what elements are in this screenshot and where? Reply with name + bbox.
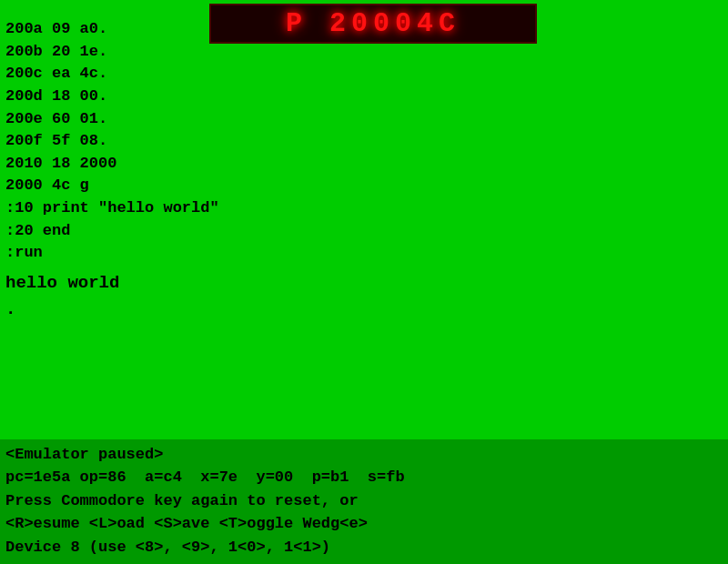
code-line-7: 2010 18 2000 <box>5 153 723 176</box>
code-line-3: 200c ea 4c. <box>5 63 723 86</box>
code-line-8: 2000 4c g <box>5 175 723 197</box>
program-line-3: :20 end <box>5 220 723 243</box>
program-line-1: :10 print "hello world" <box>5 197 723 220</box>
status-line-5: Device 8 (use <8>, <9>, 1<0>, 1<1>) <box>5 536 723 559</box>
led-text: P 20004C <box>286 8 460 39</box>
code-line-2: 200b 20 1e. <box>5 41 723 64</box>
code-line-5: 200e 60 01. <box>5 108 723 131</box>
blank-dot: . <box>5 297 723 323</box>
hello-world-output: hello world <box>5 270 723 297</box>
program-line-5: :run <box>5 242 723 265</box>
output-area: hello world . <box>5 270 723 322</box>
status-line-2: pc=1e5a op=86 a=c4 x=7e y=00 p=b1 s=fb <box>5 466 723 489</box>
screen: P 20004C 200a 09 a0. 200b 20 1e. 200c ea… <box>0 0 728 564</box>
code-line-4: 200d 18 00. <box>5 86 723 108</box>
led-display: P 20004C <box>209 4 537 44</box>
status-line-1: <Emulator paused> <box>5 443 723 467</box>
status-section: <Emulator paused> pc=1e5a op=86 a=c4 x=7… <box>0 439 728 565</box>
program-listing: :10 print "hello world" :20 end :run <box>5 197 723 265</box>
code-line-6: 200f 5f 08. <box>5 130 723 153</box>
status-line-3: Press Commodore key again to reset, or <box>5 489 723 513</box>
status-line-4: <R>esume <L>oad <S>ave <T>oggle Wedg<e> <box>5 512 723 536</box>
